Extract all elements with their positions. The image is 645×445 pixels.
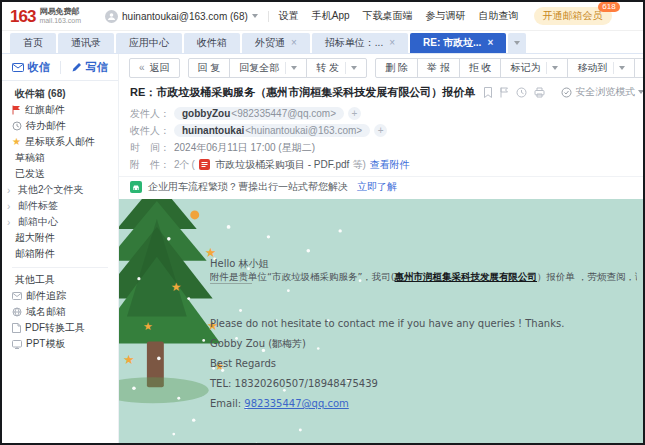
sidebar-item-sent[interactable]: 已发送: [2, 166, 118, 182]
tab-overflow-button[interactable]: [508, 33, 526, 53]
chevron-down-icon: [638, 90, 644, 94]
attachment-filename[interactable]: 市政垃圾桶采购项目 - PDF.pdf: [215, 158, 349, 172]
delete-button[interactable]: 删 除: [375, 58, 418, 78]
tab-contacts[interactable]: 通讯录: [58, 33, 114, 53]
chevron-right-icon: ›: [7, 185, 14, 196]
chevron-down-icon: [291, 66, 297, 70]
nav-settings[interactable]: 设置: [279, 9, 299, 23]
view-attachments-link[interactable]: 查看附件: [370, 158, 410, 172]
signature-divider: [210, 283, 252, 284]
body-line-2: Please do not hesitate to contact me if …: [210, 317, 637, 330]
bookmark-icon[interactable]: [483, 87, 493, 98]
flag-icon[interactable]: [500, 87, 509, 98]
sidebar-item-pdf-converter[interactable]: PDF转换工具: [2, 320, 118, 336]
section-label: 其他工具: [15, 273, 55, 287]
receive-mail-button[interactable]: 收信: [2, 59, 60, 76]
signature-block: Please do not hesitate to contact me if …: [210, 317, 637, 410]
ad-learn-more-link[interactable]: 立即了解: [357, 180, 397, 194]
sidebar-item-mailbox-attachments[interactable]: 邮箱附件: [2, 246, 118, 262]
tab-label: 外贸通: [255, 36, 285, 50]
tab-open-mail[interactable]: RE: 市政垃...×: [410, 33, 506, 53]
report-button[interactable]: 举 报: [417, 58, 460, 78]
inbox-icon: [12, 63, 24, 72]
sidebar-item-domain-mail[interactable]: 域名邮箱: [2, 304, 118, 320]
signature-regards: Best Regards: [210, 357, 637, 370]
move-to-button[interactable]: 移动到: [567, 58, 635, 78]
pdf-file-icon: [199, 159, 210, 170]
mail-meta: 发件人： gobbyZou <982335447@qq.com> + 收件人： …: [119, 103, 643, 173]
tab-inbox[interactable]: 收件箱: [184, 33, 240, 53]
close-icon[interactable]: ×: [389, 38, 395, 48]
sender-pill[interactable]: gobbyZou <982335447@qq.com>: [174, 107, 344, 120]
signature-email-row: Email: 982335447@qq.com: [210, 397, 637, 410]
reply-all-button[interactable]: 回复全部: [229, 58, 307, 78]
add-contact-button[interactable]: +: [348, 107, 361, 120]
nav-survey[interactable]: 参与调研: [426, 9, 466, 23]
folder-label: 收件箱 (68): [15, 87, 66, 101]
avatar: [105, 10, 118, 23]
sidebar-item-ppt-templates[interactable]: PPT模板: [2, 336, 118, 352]
add-contact-button[interactable]: +: [374, 124, 387, 137]
account-menu[interactable]: huinantoukai@163.com (68): [105, 10, 258, 23]
folder-label: 星标联系人邮件: [25, 135, 95, 149]
close-icon[interactable]: ×: [487, 38, 493, 48]
top-header: 163 网易免费邮 mail.163.com huinantoukai@163.…: [2, 2, 643, 31]
logo-domain: mail.163.com: [39, 17, 81, 24]
svg-text:★: ★: [171, 280, 182, 294]
sidebar-item-starred-contacts[interactable]: ★ 星标联系人邮件: [2, 134, 118, 150]
logo-163-text: 163: [10, 8, 35, 25]
divider: [268, 11, 269, 22]
recipient-name: huinantoukai: [182, 125, 244, 136]
sidebar-item-todo[interactable]: 待办邮件: [2, 118, 118, 134]
subject-action-icons: [483, 87, 545, 98]
mail-body-text: Hello 林小姐 附件是贵单位“市政垃圾桶采购服务”，我司(惠州市润桓集采科技…: [210, 257, 637, 417]
clock-icon[interactable]: [516, 87, 527, 98]
mark-as-button[interactable]: 标记为: [500, 58, 568, 78]
printer-icon[interactable]: [534, 87, 545, 98]
netease-163-logo[interactable]: 163 网易免费邮 mail.163.com: [10, 8, 81, 25]
nav-desktop-client[interactable]: 下载桌面端: [363, 9, 413, 23]
tab-bid-unit[interactable]: 招标单位：...×: [312, 33, 408, 53]
tab-home[interactable]: 首页: [10, 33, 56, 53]
forward-button[interactable]: 转 发: [306, 58, 367, 78]
dropdown-caret[interactable]: [345, 62, 357, 74]
time-row: 时 间： 2024年06月11日 17:00 (星期二): [130, 139, 643, 156]
mail-view: « 返回 回 复 回复全部 转 发 删 除 举 报 拒 收 标记为 移动到 更 …: [119, 54, 643, 443]
dropdown-caret[interactable]: [546, 62, 558, 74]
vip-upgrade-button[interactable]: 开通邮箱会员 618: [534, 7, 612, 25]
more-button[interactable]: 更 多: [634, 58, 645, 78]
webmail-window: 163 网易免费邮 mail.163.com huinantoukai@163.…: [0, 0, 645, 445]
sidebar-item-large-attachments[interactable]: 超大附件: [2, 230, 118, 246]
email-link[interactable]: 982335447@qq.com: [244, 398, 349, 409]
recipient-pill[interactable]: huinantoukai <huinantoukai@163.com>: [174, 124, 370, 137]
close-icon[interactable]: ×: [291, 38, 297, 48]
nav-self-service[interactable]: 自助查询: [479, 9, 519, 23]
sidebar-item-drafts[interactable]: 草稿箱: [2, 150, 118, 166]
sidebar-item-mail-tracking[interactable]: 邮件追踪: [2, 288, 118, 304]
tab-foreign-trade[interactable]: 外贸通×: [242, 33, 310, 53]
dropdown-caret[interactable]: [285, 62, 297, 74]
dropdown-caret[interactable]: [613, 62, 625, 74]
compose-mail-button[interactable]: 写信: [61, 59, 119, 76]
sidebar-item-mail-labels[interactable]: ›邮件标签: [2, 198, 118, 214]
safe-browsing-mode[interactable]: 安全浏览模式: [561, 85, 644, 99]
ad-banner: 企业用车流程繁琐？曹操出行一站式帮您解决 立即了解: [119, 177, 643, 197]
paren: (: [192, 159, 195, 170]
document-icon: [12, 323, 21, 333]
star-icon: ★: [12, 137, 21, 147]
sidebar-item-flagged[interactable]: 红旗邮件: [2, 102, 118, 118]
red-flag-icon: [12, 105, 21, 115]
clock-icon: [12, 121, 22, 131]
sidebar-item-other-folders[interactable]: ›其他2个文件夹: [2, 182, 118, 198]
folder-label: 邮件标签: [18, 199, 58, 213]
tab-app-center[interactable]: 应用中心: [116, 33, 182, 53]
back-button[interactable]: « 返回: [129, 58, 180, 78]
reply-button[interactable]: 回 复: [188, 58, 231, 78]
reject-button[interactable]: 拒 收: [459, 58, 502, 78]
chevron-down-icon: [252, 14, 258, 18]
sidebar-item-mail-center[interactable]: ›邮箱中心: [2, 214, 118, 230]
folder-label: 邮箱中心: [18, 215, 58, 229]
nav-mobile-app[interactable]: 手机App: [312, 9, 350, 23]
sidebar-item-inbox[interactable]: 收件箱 (68): [2, 86, 118, 102]
caocao-mobility-icon: [130, 181, 142, 193]
